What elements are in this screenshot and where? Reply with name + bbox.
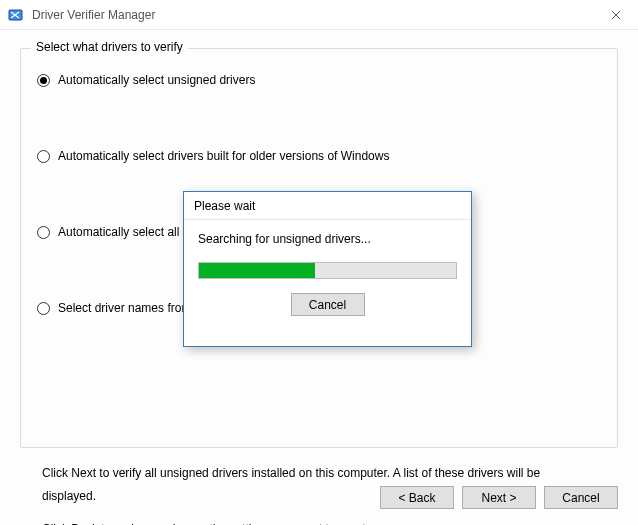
radio-option-unsigned[interactable]: Automatically select unsigned drivers: [37, 73, 601, 87]
app-icon: [8, 7, 24, 23]
titlebar: Driver Verifier Manager: [0, 0, 638, 30]
dialog-cancel-button[interactable]: Cancel: [291, 293, 365, 316]
radio-label: Automatically select unsigned drivers: [58, 73, 255, 87]
next-button[interactable]: Next >: [462, 486, 536, 509]
radio-icon: [37, 74, 50, 87]
instruction-line: Click Back to review or change the setti…: [42, 518, 596, 525]
close-button[interactable]: [594, 0, 638, 30]
please-wait-dialog: Please wait Searching for unsigned drive…: [183, 191, 472, 347]
window-title: Driver Verifier Manager: [32, 8, 594, 22]
radio-icon: [37, 150, 50, 163]
radio-icon: [37, 302, 50, 315]
wizard-footer: < Back Next > Cancel: [380, 486, 618, 509]
radio-icon: [37, 226, 50, 239]
dialog-message: Searching for unsigned drivers...: [198, 232, 457, 246]
back-button[interactable]: < Back: [380, 486, 454, 509]
radio-option-older-windows[interactable]: Automatically select drivers built for o…: [37, 149, 601, 163]
progress-fill: [199, 263, 315, 278]
dialog-body: Searching for unsigned drivers... Cancel: [184, 220, 471, 326]
dialog-title: Please wait: [184, 192, 471, 220]
group-legend: Select what drivers to verify: [31, 40, 188, 54]
progress-bar: [198, 262, 457, 279]
radio-label: Automatically select drivers built for o…: [58, 149, 389, 163]
cancel-button[interactable]: Cancel: [544, 486, 618, 509]
close-icon: [611, 10, 621, 20]
